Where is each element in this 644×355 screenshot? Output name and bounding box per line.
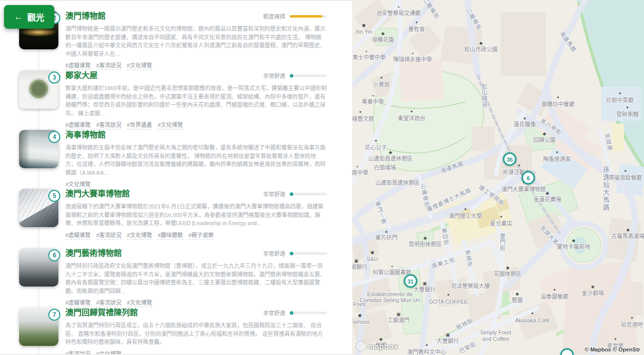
attraction-title[interactable]: 海事博物館 [65,130,106,140]
tree-icon [572,238,576,243]
bank-icon [354,258,359,263]
item-content: 澳門博物館 輕度擁擠 澳門博物館是一間展示澳門歷史和多元文化的博物館，館內的展品… [65,11,327,70]
poi-label: and Coffee [482,336,509,342]
tree-icon [379,337,383,342]
tree-icon [506,265,510,270]
item-content: 鄭家大屋 非常舒適 鄭家大屋約建於1869年前，是中國近代著名思想家鄭觀應的故居… [65,70,327,129]
tag[interactable]: #客流狀況 [96,120,121,129]
attraction-title[interactable]: 鄭家大屋 [65,70,98,81]
shop-icon [358,313,362,318]
attraction-description: 為了祝賀澳門特別行政區成立，由五十六個民族組成的中華民族大家庭，包括國務院及三十… [65,321,327,346]
poi-label: 帶曼南歐餐廳 [609,169,642,181]
poi-label: 得勝花園 [372,31,394,43]
poi-dot-icon [380,76,382,81]
tag[interactable]: #文化博覽 [96,349,121,355]
attraction-title[interactable]: 澳門大賽車博物館 [65,189,130,199]
map-marker[interactable]: 31 [404,274,418,288]
mapbox-logo[interactable]: mapbox [357,342,398,350]
poi-dot-icon [553,288,555,293]
map-marker[interactable]: 6 [522,171,535,185]
tag[interactable]: #虛擬導覽 [65,231,91,240]
tag[interactable]: #文化博覽 [65,180,91,189]
tag[interactable]: #世界遺產 [127,120,152,129]
tag[interactable]: #虛擬導覽 [65,298,91,307]
poi-dot-icon [556,150,558,156]
tag[interactable]: #文化博覽 [157,120,183,129]
poi-dot-icon [619,91,621,97]
bank-icon [396,312,401,317]
poi-label: 粵華中學 [362,93,384,105]
map-marker[interactable]: 35 [503,153,517,166]
item-number-badge: 6 [48,249,60,261]
monument-icon [523,115,527,121]
item-content: 澳門回歸賀禮陳列館 非常舒適 為了祝賀澳門特別行政區成立，由五十六個民族組成的中… [65,308,327,355]
poi-label: 溢泰園餐廳 [541,288,569,300]
list-item[interactable]: 3 鄭家大屋 非常舒適 鄭家大屋約建於1869年前，是中國近代著名思想家鄭觀應的… [0,70,352,130]
tag[interactable]: #親子遊樂 [189,231,214,240]
crowd-status-label: 非常舒適 [263,249,285,257]
tag[interactable]: #客流狀況 [96,61,121,70]
map-attribution[interactable]: © Mapbox © OpenStr [585,346,640,352]
list-item[interactable]: 6 澳門藝術博物館 非常舒適 澳門特別行政區政府文化局澳門藝術博物館（藝博館），… [0,248,352,308]
back-sightseeing-button[interactable]: ← 觀光 [4,5,54,29]
item-number-badge: 4 [48,131,60,143]
back-button-label: 觀光 [27,11,44,23]
poi-label: 藝園 [512,292,523,303]
tree-icon [381,31,385,36]
tree-icon [546,191,549,196]
tag[interactable]: #客流狀況 [65,349,91,355]
poi-dot-icon [375,138,377,144]
poi-label: 松山市政公園 [464,41,498,52]
shop-icon [371,250,374,255]
list-item[interactable]: 4 海事博物館 海事博物館的主題不但反映了澳門歷史與大海之間的密切聯繫，還有系統… [0,130,352,189]
tree-icon [424,236,427,241]
poi-label: Akasaka Café [515,311,549,323]
school-icon [365,49,367,54]
tag[interactable]: #文化博覽 [127,231,152,240]
attraction-title[interactable]: 澳門藝術博物館 [65,248,122,258]
poi-label: Simply Food [480,329,511,335]
poi-label: 司法警察局大樓 [451,283,490,289]
tag[interactable]: #客流狀況 [96,298,121,307]
poi-label: 金蓮花廣場 [534,191,561,202]
theater-icon [591,284,594,290]
tag[interactable]: #虛擬導覽 [65,61,91,70]
attraction-description: 海事博物館的主題不但反映了澳門歷史與大海之間的密切聯繫，還有系統地闡述了中國和葡… [65,144,327,177]
list-item[interactable]: 5 澳門大賽車博物館 非常舒適 旅遊局轄下的澳門大賽車博物館於2021年6 月1… [0,189,352,248]
item-number-badge: 5 [48,190,60,202]
poi-dot-icon [557,95,559,101]
attractions-panel: ← 觀光 2 澳門博物館 輕度擁擠 澳門博物館是一間展示澳門歷史和多元文化的博物… [0,0,352,355]
poi-label: 白頭墳場 [374,165,396,171]
poi-dot-icon [500,215,502,220]
tag-list: #客流狀況 #文化博覽 [65,349,327,355]
crowd-level-bar [290,193,327,195]
attraction-title[interactable]: 澳門博物館 [65,11,106,21]
poi-dot-icon [624,169,626,174]
poi-dot-icon [426,343,428,348]
poi-label: 陳瑞祺永援中學 [393,51,432,62]
crowd-status: 非常舒適 [263,309,327,317]
crowd-status-label: 非常舒適 [263,309,285,317]
police-icon [397,5,399,10]
crowd-status-label: 非常舒適 [263,190,285,198]
item-content: 澳門大賽車博物館 非常舒適 旅遊局轄下的澳門大賽車博物館於2021年6 月1日正… [65,189,327,240]
tag[interactable]: #文化博覽 [127,298,152,307]
poi-dot-icon [411,109,413,115]
attraction-description: 旅遊局轄下的澳門大賽車博物館於2021年6 月1日正式開幕，擴建後的澳門大賽車博… [65,202,327,228]
tag[interactable]: #文化博覽 [127,61,152,70]
street-label: 松山隧道 [480,84,488,108]
tag[interactable]: #客流狀況 [96,231,121,240]
tag[interactable]: #虛擬導覽 [65,120,91,129]
poi-dot-icon [531,311,533,317]
tree-icon [543,131,546,136]
map-panel[interactable]: 二龍喉街 二龍喉街 海邊馬路 海邊馬路 松山隧道 理工學院街 羅理基博士大馬路 … [352,0,644,355]
theater-icon [626,227,629,233]
crowd-status-label: 非常舒適 [263,72,285,80]
attraction-title[interactable]: 澳門回歸賀禮陳列館 [65,308,138,318]
poi-label: 澳門理工大學 [449,207,482,219]
back-arrow-icon: ← [14,12,23,22]
poi-label: 陶香居酒家 [543,150,571,162]
item-number-badge: 3 [48,72,60,84]
tag[interactable]: #趣味體驗 [157,231,183,240]
list-item[interactable]: 7 澳門回歸賀禮陳列館 非常舒適 為了祝賀澳門特別行政區成立，由五十六個民族組成… [0,308,352,355]
